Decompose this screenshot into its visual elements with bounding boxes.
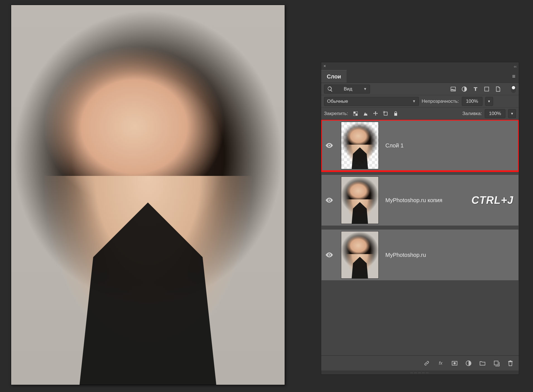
blend-mode-dropdown[interactable]: Обычные ▼ xyxy=(324,97,419,106)
link-layers-icon[interactable] xyxy=(423,360,430,367)
fill-label: Заливка: xyxy=(462,111,482,116)
visibility-toggle[interactable] xyxy=(321,143,337,148)
adjustment-layer-icon[interactable] xyxy=(465,360,472,367)
opacity-label: Непрозрачность: xyxy=(422,99,459,104)
lock-icons-group xyxy=(352,111,399,117)
layer-thumbnail[interactable] xyxy=(341,176,379,224)
trash-icon[interactable] xyxy=(507,360,514,367)
blend-row: Обычные ▼ Непрозрачность: 100% ▼ xyxy=(321,95,519,107)
fill-value: 100% xyxy=(489,111,501,116)
tab-layers-label: Слои xyxy=(327,73,341,80)
layer-mask-icon[interactable] xyxy=(451,360,458,367)
svg-rect-12 xyxy=(494,361,498,365)
keyboard-shortcut-hint: CTRL+J xyxy=(471,194,513,206)
layer-filter-row: Вид ▼ xyxy=(321,83,519,95)
eye-icon xyxy=(326,252,333,257)
group-icon[interactable] xyxy=(479,360,486,367)
new-layer-icon[interactable] xyxy=(493,360,500,367)
eye-icon xyxy=(326,143,333,148)
blend-mode-value: Обычные xyxy=(327,99,348,104)
panel-footer: fx xyxy=(321,355,519,371)
tab-layers[interactable]: Слои xyxy=(321,70,347,83)
chevron-down-icon: ▼ xyxy=(412,99,416,103)
svg-rect-6 xyxy=(356,114,358,116)
svg-rect-5 xyxy=(354,114,356,116)
svg-point-10 xyxy=(453,362,456,364)
lock-row: Закрепить: Заливка: 100% ▼ xyxy=(321,107,519,120)
layer-thumbnail[interactable] xyxy=(341,122,379,169)
adjustment-filter-icon[interactable] xyxy=(461,86,467,92)
lock-transparent-icon[interactable] xyxy=(352,111,359,117)
filter-type-icons xyxy=(450,85,516,93)
lock-all-icon[interactable] xyxy=(393,111,399,117)
panel-collapse-button[interactable]: ‹‹ xyxy=(514,64,517,69)
layers-panel: × ‹‹ Слои ≡ Вид ▼ Обычные ▼ xyxy=(321,62,519,375)
panel-menu-button[interactable]: ≡ xyxy=(509,70,519,83)
filter-kind-dropdown[interactable]: Вид ▼ xyxy=(324,85,370,94)
opacity-value-field[interactable]: 100% xyxy=(462,97,482,106)
layer-fx-icon[interactable]: fx xyxy=(437,360,444,367)
layer-thumbnail[interactable] xyxy=(341,231,379,279)
visibility-toggle[interactable] xyxy=(321,252,337,257)
lock-image-icon[interactable] xyxy=(362,111,369,117)
panel-tabs: Слои ≡ xyxy=(321,70,519,83)
fill-dropdown-button[interactable]: ▼ xyxy=(508,109,516,118)
layer-name-label[interactable]: MyPhotoshop.ru копия xyxy=(385,197,442,204)
panel-resize-grip[interactable]: ————— xyxy=(321,371,519,374)
filter-toggle-switch[interactable] xyxy=(511,85,516,93)
opacity-dropdown-button[interactable]: ▼ xyxy=(485,97,493,106)
layer-list: Слой 1 MyPhotoshop.ru копия CTRL+J MyPho… xyxy=(321,120,519,355)
chevron-down-icon: ▼ xyxy=(510,112,514,116)
eye-icon xyxy=(326,198,333,203)
lock-position-icon[interactable] xyxy=(373,111,379,117)
lock-label: Закрепить: xyxy=(324,111,348,116)
search-icon xyxy=(327,86,333,92)
filter-kind-label: Вид xyxy=(344,86,352,92)
chevron-down-icon: ▼ xyxy=(363,87,367,91)
document-canvas[interactable] xyxy=(11,5,285,385)
smartobject-filter-icon[interactable] xyxy=(495,86,501,92)
layer-row[interactable]: Слой 1 xyxy=(321,120,519,171)
panel-close-button[interactable]: × xyxy=(323,64,326,69)
image-filter-icon[interactable] xyxy=(450,86,456,92)
fill-value-field[interactable]: 100% xyxy=(485,109,505,118)
panel-titlebar: × ‹‹ xyxy=(321,62,519,70)
visibility-toggle[interactable] xyxy=(321,198,337,203)
svg-rect-4 xyxy=(356,111,358,113)
layer-name-label[interactable]: MyPhotoshop.ru xyxy=(385,252,426,258)
svg-rect-3 xyxy=(354,111,356,113)
layer-name-label[interactable]: Слой 1 xyxy=(385,142,404,149)
type-filter-icon[interactable] xyxy=(472,86,479,92)
layer-row[interactable]: MyPhotoshop.ru xyxy=(321,229,519,281)
opacity-value: 100% xyxy=(466,99,478,104)
shape-filter-icon[interactable] xyxy=(484,86,490,92)
chevron-down-icon: ▼ xyxy=(488,99,491,103)
layer-row[interactable]: MyPhotoshop.ru копия CTRL+J xyxy=(321,175,519,226)
lock-artboard-icon[interactable] xyxy=(383,111,389,117)
svg-rect-7 xyxy=(384,112,387,115)
svg-rect-2 xyxy=(485,87,489,91)
